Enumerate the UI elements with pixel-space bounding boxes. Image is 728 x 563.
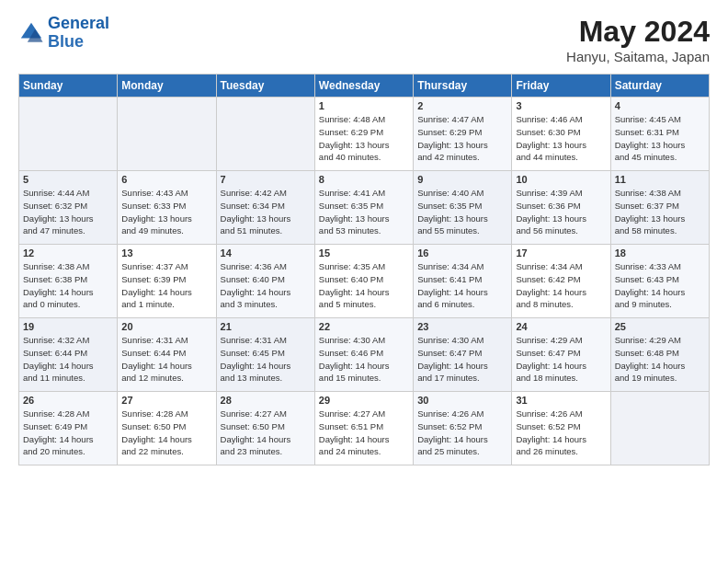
calendar-cell: 29Sunrise: 4:27 AM Sunset: 6:51 PM Dayli… (314, 392, 413, 465)
calendar-cell: 3Sunrise: 4:46 AM Sunset: 6:30 PM Daylig… (512, 98, 610, 171)
calendar-week-3: 12Sunrise: 4:38 AM Sunset: 6:38 PM Dayli… (19, 245, 710, 318)
day-info: Sunrise: 4:29 AM Sunset: 6:48 PM Dayligh… (615, 334, 705, 385)
calendar-cell (118, 98, 216, 171)
day-number: 28 (221, 395, 311, 406)
weekday-header-tuesday: Tuesday (216, 75, 314, 98)
calendar-cell (19, 98, 118, 171)
calendar-cell: 28Sunrise: 4:27 AM Sunset: 6:50 PM Dayli… (216, 392, 314, 465)
day-info: Sunrise: 4:26 AM Sunset: 6:52 PM Dayligh… (417, 408, 507, 458)
day-number: 26 (23, 395, 113, 406)
calendar-cell: 24Sunrise: 4:29 AM Sunset: 6:47 PM Dayli… (512, 318, 610, 392)
day-info: Sunrise: 4:40 AM Sunset: 6:35 PM Dayligh… (417, 187, 507, 237)
calendar-cell: 23Sunrise: 4:30 AM Sunset: 6:47 PM Dayli… (414, 318, 512, 392)
day-info: Sunrise: 4:37 AM Sunset: 6:39 PM Dayligh… (121, 260, 211, 311)
weekday-header-wednesday: Wednesday (314, 75, 413, 98)
day-number: 5 (23, 174, 113, 185)
day-info: Sunrise: 4:27 AM Sunset: 6:50 PM Dayligh… (221, 408, 311, 458)
calendar-cell: 4Sunrise: 4:45 AM Sunset: 6:31 PM Daylig… (610, 98, 709, 171)
calendar-cell: 9Sunrise: 4:40 AM Sunset: 6:35 PM Daylig… (414, 171, 512, 245)
day-number: 27 (121, 395, 211, 406)
day-info: Sunrise: 4:45 AM Sunset: 6:31 PM Dayligh… (615, 113, 705, 164)
day-info: Sunrise: 4:38 AM Sunset: 6:38 PM Dayligh… (23, 260, 113, 311)
day-info: Sunrise: 4:46 AM Sunset: 6:30 PM Dayligh… (516, 113, 606, 164)
day-info: Sunrise: 4:31 AM Sunset: 6:45 PM Dayligh… (221, 334, 311, 385)
calendar-cell: 7Sunrise: 4:42 AM Sunset: 6:34 PM Daylig… (216, 171, 314, 245)
calendar-cell: 1Sunrise: 4:48 AM Sunset: 6:29 PM Daylig… (314, 98, 413, 171)
calendar-cell: 19Sunrise: 4:32 AM Sunset: 6:44 PM Dayli… (19, 318, 118, 392)
day-number: 21 (221, 321, 311, 332)
day-number: 14 (221, 247, 311, 259)
calendar-cell: 8Sunrise: 4:41 AM Sunset: 6:35 PM Daylig… (314, 171, 413, 245)
day-info: Sunrise: 4:47 AM Sunset: 6:29 PM Dayligh… (417, 113, 507, 164)
day-number: 18 (615, 247, 705, 259)
day-info: Sunrise: 4:26 AM Sunset: 6:52 PM Dayligh… (516, 408, 606, 458)
day-number: 29 (319, 395, 409, 406)
day-number: 17 (516, 247, 606, 259)
calendar-cell: 27Sunrise: 4:28 AM Sunset: 6:50 PM Dayli… (118, 392, 216, 465)
calendar-cell: 5Sunrise: 4:44 AM Sunset: 6:32 PM Daylig… (19, 171, 118, 245)
day-info: Sunrise: 4:34 AM Sunset: 6:41 PM Dayligh… (417, 260, 507, 311)
calendar-cell: 20Sunrise: 4:31 AM Sunset: 6:44 PM Dayli… (118, 318, 216, 392)
calendar-week-4: 19Sunrise: 4:32 AM Sunset: 6:44 PM Dayli… (19, 318, 710, 392)
calendar-cell: 11Sunrise: 4:38 AM Sunset: 6:37 PM Dayli… (610, 171, 709, 245)
day-number: 13 (121, 247, 211, 259)
day-info: Sunrise: 4:42 AM Sunset: 6:34 PM Dayligh… (221, 187, 311, 237)
day-number: 10 (516, 174, 606, 185)
calendar-cell: 31Sunrise: 4:26 AM Sunset: 6:52 PM Dayli… (512, 392, 610, 465)
weekday-header-sunday: Sunday (19, 75, 118, 98)
day-number: 6 (121, 174, 211, 185)
day-info: Sunrise: 4:35 AM Sunset: 6:40 PM Dayligh… (319, 260, 409, 311)
day-info: Sunrise: 4:34 AM Sunset: 6:42 PM Dayligh… (516, 260, 606, 311)
day-number: 11 (615, 174, 705, 185)
day-info: Sunrise: 4:39 AM Sunset: 6:36 PM Dayligh… (516, 187, 606, 237)
logo: General Blue (18, 15, 109, 52)
day-number: 22 (319, 321, 409, 332)
weekday-header-row: SundayMondayTuesdayWednesdayThursdayFrid… (19, 75, 710, 98)
calendar-week-1: 1Sunrise: 4:48 AM Sunset: 6:29 PM Daylig… (19, 98, 710, 171)
day-number: 4 (615, 100, 705, 111)
calendar-cell: 21Sunrise: 4:31 AM Sunset: 6:45 PM Dayli… (216, 318, 314, 392)
day-info: Sunrise: 4:30 AM Sunset: 6:46 PM Dayligh… (319, 334, 409, 385)
day-info: Sunrise: 4:27 AM Sunset: 6:51 PM Dayligh… (319, 408, 409, 458)
calendar-cell: 2Sunrise: 4:47 AM Sunset: 6:29 PM Daylig… (414, 98, 512, 171)
calendar-cell: 12Sunrise: 4:38 AM Sunset: 6:38 PM Dayli… (19, 245, 118, 318)
day-number: 20 (121, 321, 211, 332)
title-block: May 2024 Hanyu, Saitama, Japan (566, 15, 710, 64)
day-number: 3 (516, 100, 606, 111)
day-number: 1 (319, 100, 409, 111)
calendar-cell: 17Sunrise: 4:34 AM Sunset: 6:42 PM Dayli… (512, 245, 610, 318)
month-title: May 2024 (566, 15, 710, 49)
day-number: 12 (23, 247, 113, 259)
calendar-week-5: 26Sunrise: 4:28 AM Sunset: 6:49 PM Dayli… (19, 392, 710, 465)
calendar-cell (610, 392, 709, 465)
day-number: 7 (221, 174, 311, 185)
page: General Blue May 2024 Hanyu, Saitama, Ja… (0, 0, 728, 475)
calendar-cell: 10Sunrise: 4:39 AM Sunset: 6:36 PM Dayli… (512, 171, 610, 245)
day-info: Sunrise: 4:32 AM Sunset: 6:44 PM Dayligh… (23, 334, 113, 385)
day-number: 24 (516, 321, 606, 332)
day-number: 19 (23, 321, 113, 332)
calendar-cell: 26Sunrise: 4:28 AM Sunset: 6:49 PM Dayli… (19, 392, 118, 465)
weekday-header-saturday: Saturday (610, 75, 709, 98)
day-info: Sunrise: 4:41 AM Sunset: 6:35 PM Dayligh… (319, 187, 409, 237)
day-info: Sunrise: 4:33 AM Sunset: 6:43 PM Dayligh… (615, 260, 705, 311)
day-info: Sunrise: 4:31 AM Sunset: 6:44 PM Dayligh… (121, 334, 211, 385)
calendar-cell: 25Sunrise: 4:29 AM Sunset: 6:48 PM Dayli… (610, 318, 709, 392)
calendar-cell: 22Sunrise: 4:30 AM Sunset: 6:46 PM Dayli… (314, 318, 413, 392)
calendar-cell (216, 98, 314, 171)
day-number: 9 (417, 174, 507, 185)
calendar-cell: 6Sunrise: 4:43 AM Sunset: 6:33 PM Daylig… (118, 171, 216, 245)
day-info: Sunrise: 4:30 AM Sunset: 6:47 PM Dayligh… (417, 334, 507, 385)
day-info: Sunrise: 4:38 AM Sunset: 6:37 PM Dayligh… (615, 187, 705, 237)
day-number: 25 (615, 321, 705, 332)
calendar-cell: 30Sunrise: 4:26 AM Sunset: 6:52 PM Dayli… (414, 392, 512, 465)
calendar-week-2: 5Sunrise: 4:44 AM Sunset: 6:32 PM Daylig… (19, 171, 710, 245)
day-info: Sunrise: 4:43 AM Sunset: 6:33 PM Dayligh… (121, 187, 211, 237)
weekday-header-monday: Monday (118, 75, 216, 98)
day-number: 2 (417, 100, 507, 111)
day-info: Sunrise: 4:28 AM Sunset: 6:50 PM Dayligh… (121, 408, 211, 458)
calendar-cell: 14Sunrise: 4:36 AM Sunset: 6:40 PM Dayli… (216, 245, 314, 318)
location: Hanyu, Saitama, Japan (566, 49, 710, 64)
logo-text: General Blue (48, 15, 109, 52)
day-info: Sunrise: 4:28 AM Sunset: 6:49 PM Dayligh… (23, 408, 113, 458)
